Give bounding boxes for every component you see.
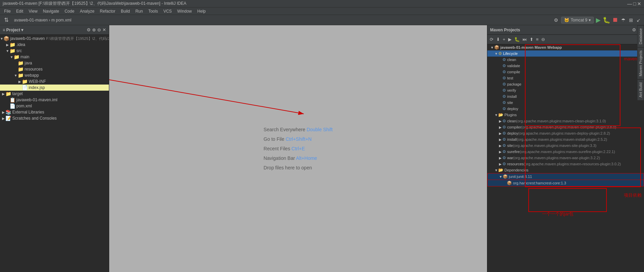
extlib-label: External Libraries [12, 110, 44, 115]
plugin-install-detail: (org.apache.maven.plugins:maven-install-… [517, 137, 607, 141]
menu-edit[interactable]: Edit [13, 8, 26, 14]
maven-debug-run-btn[interactable]: 🐛 [513, 36, 521, 43]
plugin-surefire-label: surefire [507, 150, 520, 154]
menu-help[interactable]: Help [195, 8, 209, 14]
expand-icon[interactable]: ⊕ [92, 27, 96, 32]
maven-dependencies[interactable]: ▼ 📂 Dependencies [487, 167, 644, 173]
hint-search-shortcut: Double Shift [306, 127, 332, 132]
close-panel-icon[interactable]: ✕ [102, 27, 106, 32]
tree-item-src[interactable]: ▼ 📁 src [0, 48, 109, 54]
hint-recent: Recent Files Ctrl+E [263, 144, 332, 153]
hint-drop: Drop files here to open [263, 163, 332, 172]
tree-item-iml[interactable]: 📋 javaweb-01-maven.iml [0, 97, 109, 103]
dep-junit[interactable]: ▼ 📦 junit:junit:4.11 [487, 173, 644, 180]
collapse-icon[interactable]: ⊖ [97, 27, 101, 32]
menu-navigate[interactable]: Navigate [40, 8, 62, 14]
tree-item-main[interactable]: ▼ 📁 main [0, 54, 109, 60]
java-label: java [25, 61, 32, 65]
plugin-site[interactable]: ▶ ⚙ site (org.apache.maven.plugins:maven… [487, 142, 644, 149]
tree-item-webinf[interactable]: ▶ 📁 WEB-INF [0, 78, 109, 85]
side-tab-maven[interactable]: Maven Projects [637, 47, 644, 79]
compile-label: compile [507, 70, 520, 74]
run-button[interactable]: ▶ [596, 16, 601, 24]
hint-drop-text: Drop files here to open [263, 165, 312, 170]
maven-skip-btn[interactable]: ⏭ [521, 36, 528, 43]
run-config-selector[interactable]: 🐱 Tomcat 9 ▾ [561, 17, 594, 24]
maven-compile[interactable]: ⚙ compile [487, 69, 644, 75]
settings-panel-icon[interactable]: ⚙ [87, 27, 91, 32]
plugin-clean[interactable]: ▶ ⚙ clean (org.apache.maven.plugins:mave… [487, 118, 644, 124]
menu-view[interactable]: View [26, 8, 40, 14]
folder-target-icon: 📁 [5, 91, 11, 96]
maven-run-btn[interactable]: ▶ [507, 36, 513, 43]
plugin-deploy[interactable]: ▶ ⚙ deploy (org.apache.maven.plugins:mav… [487, 130, 644, 136]
debug-button[interactable]: 🐛 [603, 16, 610, 24]
dep-hamcrest[interactable]: 📦 org.hamcrest:hamcrest-core:1.3 [487, 180, 644, 186]
hint-goto-text: Go to File [263, 136, 286, 142]
side-tab-ant[interactable]: Ant Build [637, 79, 644, 101]
maven-root[interactable]: ▼ 📦 javaweb-01-maven Maven Webapp [487, 44, 644, 50]
maven-site[interactable]: ⚙ site [487, 100, 644, 106]
arrow-plugin-deploy: ▶ [498, 132, 502, 135]
minimize-button[interactable]: — [627, 1, 632, 6]
settings-icon[interactable]: ⚙ [553, 17, 559, 24]
tree-item-scratches[interactable]: ▶ 📝 Scratches and Consoles [0, 115, 109, 121]
maven-package[interactable]: ⚙ package [487, 81, 644, 87]
tree-item-webapp[interactable]: ▼ 📁 webapp [0, 72, 109, 78]
coverage-button[interactable]: ☂ [620, 17, 626, 24]
tree-item-idea[interactable]: ▶ 📁 .idea [0, 42, 109, 48]
menu-analyze[interactable]: Analyze [77, 8, 97, 14]
maven-verify[interactable]: ⚙ verify [487, 87, 644, 93]
maven-lifecycle[interactable]: ▼ ⚙ Lifecycle [487, 50, 644, 57]
frame-button[interactable]: ⊞ [628, 17, 634, 24]
menu-build[interactable]: Build [118, 8, 133, 14]
arrow-plugin-resources: ▶ [498, 162, 502, 166]
menu-run[interactable]: Run [133, 8, 146, 14]
maven-install[interactable]: ⚙ install [487, 93, 644, 100]
folder-resources-icon: 📁 [18, 66, 24, 72]
stop-button[interactable]: ⏹ [612, 16, 618, 24]
maven-phase-btn[interactable]: ≡ [535, 36, 540, 43]
project-panel-icons: ⚙ ⊕ ⊖ ✕ [87, 27, 106, 32]
menu-code[interactable]: Code [62, 8, 77, 14]
menu-file[interactable]: File [1, 8, 13, 14]
update-button[interactable]: ↙ [636, 17, 641, 24]
tree-item-target[interactable]: ▶ 📁 target [0, 91, 109, 97]
maven-download-btn[interactable]: ⬇ [495, 36, 501, 43]
plugin-compiler[interactable]: ▶ ⚙ compiler (org.apache.maven.plugins:m… [487, 124, 644, 130]
tree-item-resources[interactable]: 📁 resources [0, 66, 109, 72]
maven-collapse-btn[interactable]: ⊖ [540, 36, 546, 43]
tree-item-root[interactable]: ▼ 📦 javaweb-01-maven F:\班级管理\西开【19525】\2… [0, 35, 109, 42]
maven-refresh-btn[interactable]: ⟳ [489, 36, 495, 43]
menu-bar: File Edit View Navigate Code Analyze Ref… [0, 7, 644, 15]
plugin-surefire[interactable]: ▶ ⚙ surefire (org.apache.maven.plugins:m… [487, 149, 644, 155]
maven-add-btn[interactable]: + [502, 36, 506, 43]
plugin-install[interactable]: ▶ ⚙ install (org.apache.maven.plugins:ma… [487, 136, 644, 142]
plugin-compiler-label: compiler [507, 125, 521, 129]
maven-plugins[interactable]: ▼ 📂 Plugins [487, 112, 644, 118]
tree-item-pomxml[interactable]: 📄 pom.xml [0, 103, 109, 109]
tree-item-indexjsp[interactable]: 📄 index.jsp [0, 85, 109, 91]
plugin-surefire-detail: (org.apache.maven.plugins:maven-surefire… [520, 150, 615, 154]
menu-vcs[interactable]: VCS [161, 8, 175, 14]
tree-item-java[interactable]: 📁 java [0, 60, 109, 66]
center-hints: Search Everywhere Double Shift Go to Fil… [263, 125, 332, 172]
maven-validate[interactable]: ⚙ validate [487, 63, 644, 69]
maven-clean[interactable]: ⚙ clean [487, 57, 644, 63]
menu-window[interactable]: Window [174, 8, 195, 14]
plugin-war[interactable]: ▶ ⚙ war (org.apache.maven.plugins:maven-… [487, 155, 644, 161]
close-button[interactable]: ✕ [637, 1, 641, 6]
maven-generate-btn[interactable]: ⬆ [529, 36, 534, 43]
maven-test[interactable]: ⚙ test [487, 75, 644, 81]
maximize-button[interactable]: □ [633, 1, 636, 6]
menu-tools[interactable]: Tools [146, 8, 161, 14]
plugin-resources[interactable]: ▶ ⚙ resources (org.apache.maven.plugins:… [487, 161, 644, 167]
sync-button[interactable]: ⇅ [3, 16, 10, 24]
tree-item-extlib[interactable]: ▶ 📚 External Libraries [0, 109, 109, 115]
plugins-label: Plugins [504, 113, 517, 117]
maven-tree: ▼ 📦 javaweb-01-maven Maven Webapp ▼ ⚙ Li… [487, 44, 644, 272]
maven-settings-icon[interactable]: ⚙ [632, 27, 636, 32]
menu-refactor[interactable]: Refactor [97, 8, 118, 14]
maven-deploy[interactable]: ⚙ deploy [487, 106, 644, 112]
side-tab-database[interactable]: Database [637, 25, 644, 47]
